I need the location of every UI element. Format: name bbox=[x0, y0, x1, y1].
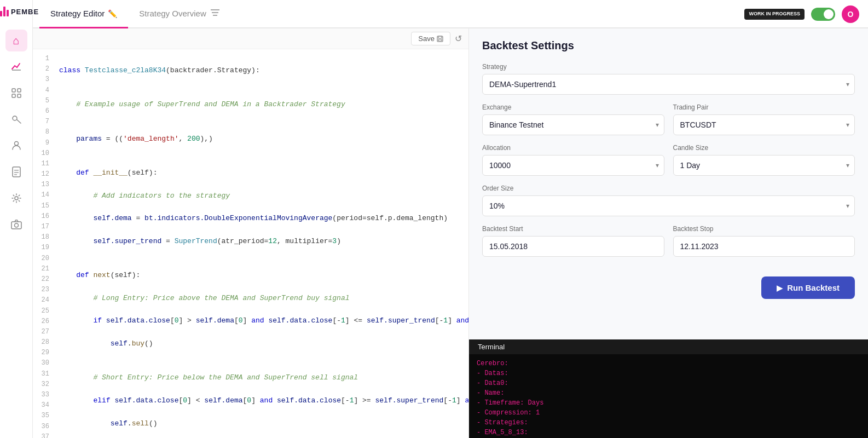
backtest-start-label: Backtest Start bbox=[482, 225, 664, 233]
code-editor[interactable]: Save ↺ 1 2 3 4 5 6 7 8 9 bbox=[33, 28, 468, 438]
code-line-1: class Testclasse_c2la8K34(backtrader.Str… bbox=[59, 65, 468, 77]
trading-pair-select-wrapper: BTCUSDT ETHUSDT SOLUSDT ▾ bbox=[673, 114, 855, 135]
code-line-5: params = (('dema_length', 200),) bbox=[59, 134, 468, 145]
order-size-select-wrapper: 10% 25% 50% 100% ▾ bbox=[482, 195, 855, 216]
code-line-8: # Add indicators to the strategy bbox=[59, 191, 468, 202]
terminal-line-3: - Data0: bbox=[477, 378, 860, 388]
backtest-settings-title: Backtest Settings bbox=[482, 39, 855, 52]
sidebar-item-gear[interactable] bbox=[5, 187, 27, 209]
run-backtest-button[interactable]: ▶ Run Backtest bbox=[761, 276, 855, 299]
order-size-select[interactable]: 10% 25% 50% 100% bbox=[482, 195, 855, 216]
tab-overview-label: Strategy Overview bbox=[139, 9, 206, 18]
svg-rect-1 bbox=[12, 89, 15, 92]
logo-text: PEMBE bbox=[11, 8, 39, 16]
svg-rect-4 bbox=[18, 94, 21, 97]
tab-editor-label: Strategy Editor bbox=[50, 9, 105, 18]
terminal-line-7: - Strategies: bbox=[477, 418, 860, 428]
terminal-line-1: Cerebro: bbox=[477, 359, 860, 368]
logo-area: PEMBE bbox=[0, 7, 43, 16]
tabs-bar: Strategy Editor ✏️ Strategy Overview WOR… bbox=[33, 0, 868, 28]
candle-size-label: Candle Size bbox=[673, 144, 855, 152]
logo-bar-3 bbox=[0, 11, 2, 16]
sidebar-item-key[interactable] bbox=[5, 108, 27, 130]
tab-overview-icon bbox=[211, 9, 219, 18]
logo-bar-4 bbox=[3, 7, 5, 16]
backtest-start-input[interactable] bbox=[482, 236, 664, 257]
sidebar-item-grid[interactable] bbox=[5, 82, 27, 104]
code-line-12: def next(self): bbox=[59, 270, 468, 281]
terminal-tab-label[interactable]: Terminal bbox=[478, 343, 505, 351]
allocation-candle-row: Allocation ▾ Candle Size 1 Day bbox=[482, 144, 855, 185]
right-panel: Backtest Settings Strategy DEMA-Supertre… bbox=[468, 28, 868, 438]
backtest-stop-input[interactable] bbox=[673, 236, 855, 257]
backtest-settings: Backtest Settings Strategy DEMA-Supertre… bbox=[469, 28, 868, 339]
save-label: Save bbox=[418, 34, 435, 43]
code-line-7: def __init__(self): bbox=[59, 168, 468, 179]
code-line-19: self.sell() bbox=[59, 418, 468, 430]
line-numbers: 1 2 3 4 5 6 7 8 9 10 11 12 13 14 bbox=[33, 54, 55, 438]
terminal-line-5: - Timeframe: Days bbox=[477, 398, 860, 408]
code-line-15: self.buy() bbox=[59, 338, 468, 350]
exchange-select[interactable]: Binance Testnet Binance Coinbase bbox=[482, 114, 664, 135]
order-size-field-group: Order Size 10% 25% 50% 100% ▾ bbox=[482, 185, 855, 216]
sidebar-item-home[interactable]: ⌂ bbox=[5, 30, 27, 51]
work-in-progress-badge: WORK IN PROGRESS bbox=[744, 9, 805, 20]
dates-row: Backtest Start Backtest Stop bbox=[482, 225, 855, 266]
backtest-start-field-group: Backtest Start bbox=[482, 225, 664, 257]
editor-toolbar: Save ↺ bbox=[33, 28, 468, 49]
allocation-label: Allocation bbox=[482, 144, 664, 152]
code-line-13: # Long Entry: Price above the DEMA and S… bbox=[59, 293, 468, 304]
tab-editor-icon: ✏️ bbox=[108, 9, 117, 18]
trading-pair-select[interactable]: BTCUSDT ETHUSDT SOLUSDT bbox=[673, 114, 855, 135]
candle-size-field-group: Candle Size 1 Day 4 Hour 1 Hour 15 Min ▾ bbox=[673, 144, 855, 176]
sidebar: PEMBE ⌂ bbox=[0, 0, 33, 438]
exchange-pair-row: Exchange Binance Testnet Binance Coinbas… bbox=[482, 103, 855, 144]
code-line-3: # Example usage of SuperTrend and DEMA i… bbox=[59, 99, 468, 111]
sidebar-item-person[interactable] bbox=[5, 135, 27, 157]
terminal-header: Terminal bbox=[469, 339, 868, 354]
terminal-line-6: - Compression: 1 bbox=[477, 408, 860, 418]
terminal-line-8: - EMA_5_8_13: bbox=[477, 428, 860, 437]
toggle-switch[interactable] bbox=[811, 8, 835, 21]
svg-rect-13 bbox=[11, 222, 21, 229]
svg-line-6 bbox=[16, 120, 20, 124]
candle-size-select[interactable]: 1 Day 4 Hour 1 Hour 15 Min bbox=[673, 155, 855, 176]
content-area: Save ↺ 1 2 3 4 5 6 7 8 9 bbox=[33, 28, 868, 438]
save-button[interactable]: Save bbox=[411, 32, 450, 45]
code-content[interactable]: class Testclasse_c2la8K34(backtrader.Str… bbox=[55, 54, 468, 438]
allocation-select-wrapper: ▾ bbox=[482, 155, 664, 176]
strategy-select-wrapper: DEMA-Supertrend1 ▾ bbox=[482, 74, 855, 95]
terminal-body[interactable]: Cerebro: - Datas: - Data0: - Name: - Tim… bbox=[469, 354, 868, 438]
sidebar-item-camera[interactable] bbox=[5, 214, 27, 235]
run-play-icon: ▶ bbox=[777, 284, 783, 292]
sidebar-item-doc[interactable] bbox=[5, 161, 27, 183]
svg-point-14 bbox=[14, 223, 18, 227]
logo-bars bbox=[0, 7, 9, 16]
code-line-17: # Short Entry: Price below the DEMA and … bbox=[59, 372, 468, 384]
svg-rect-20 bbox=[438, 39, 442, 41]
candle-size-select-wrapper: 1 Day 4 Hour 1 Hour 15 Min ▾ bbox=[673, 155, 855, 176]
code-line-10: self.super_trend = SuperTrend(atr_period… bbox=[59, 236, 468, 247]
logo-bar-5 bbox=[7, 10, 9, 16]
logo-icon: PEMBE bbox=[0, 7, 39, 16]
backtest-stop-field-group: Backtest Stop bbox=[673, 225, 855, 257]
svg-rect-3 bbox=[12, 94, 15, 97]
svg-point-7 bbox=[14, 142, 18, 146]
trading-pair-label: Trading Pair bbox=[673, 103, 855, 111]
strategy-field-group: Strategy DEMA-Supertrend1 ▾ bbox=[482, 63, 855, 95]
allocation-field-group: Allocation ▾ bbox=[482, 144, 664, 176]
tab-strategy-editor[interactable]: Strategy Editor ✏️ bbox=[39, 0, 128, 28]
reset-button[interactable]: ↺ bbox=[455, 33, 462, 44]
tab-strategy-overview[interactable]: Strategy Overview bbox=[128, 0, 230, 28]
svg-rect-19 bbox=[438, 36, 442, 38]
sidebar-item-chart[interactable] bbox=[5, 56, 27, 78]
svg-rect-8 bbox=[13, 167, 20, 177]
order-size-label: Order Size bbox=[482, 185, 855, 192]
code-line-14: if self.data.close[0] > self.dema[0] and… bbox=[59, 315, 468, 327]
exchange-field-group: Exchange Binance Testnet Binance Coinbas… bbox=[482, 103, 664, 135]
trading-pair-field-group: Trading Pair BTCUSDT ETHUSDT SOLUSDT ▾ bbox=[673, 103, 855, 135]
user-avatar[interactable]: O bbox=[842, 5, 859, 23]
strategy-select[interactable]: DEMA-Supertrend1 bbox=[482, 74, 855, 95]
run-backtest-label: Run Backtest bbox=[787, 283, 840, 292]
allocation-input[interactable] bbox=[482, 155, 664, 176]
